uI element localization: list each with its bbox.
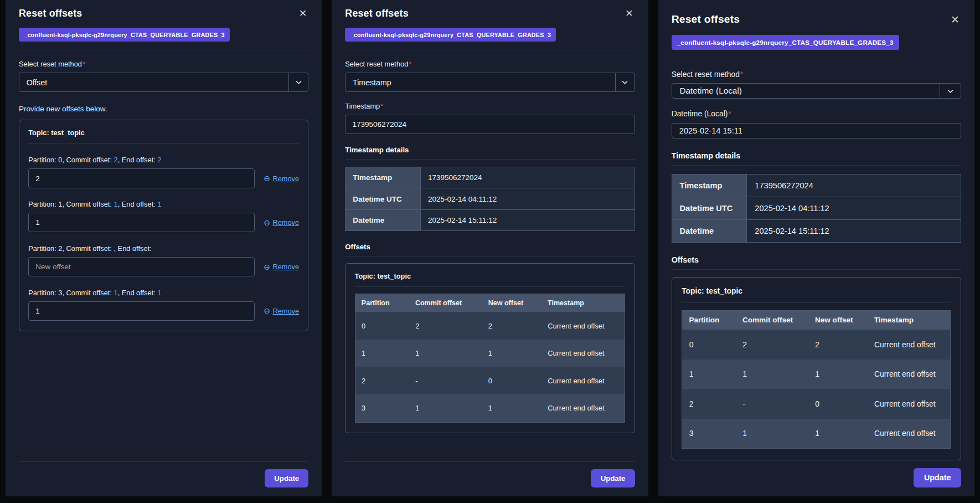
remove-link[interactable]: ⊖ Remove	[264, 218, 299, 227]
new-offset-input[interactable]	[28, 301, 255, 321]
cell-timestamp: Current end offset	[867, 360, 950, 389]
details-row: Datetime UTC 2025-02-14 04:11:12	[345, 188, 635, 209]
close-button[interactable]: ✕	[949, 13, 961, 26]
reset-method-select[interactable]: Offset	[19, 73, 308, 92]
reset-method-label-text: Select reset method	[672, 70, 740, 79]
commit-offset-value: 1	[114, 200, 117, 208]
commit-offset-value: 1	[114, 289, 117, 297]
table-row: 3 1 1 Current end offset	[355, 394, 625, 422]
cell-partition: 1	[682, 360, 736, 389]
end-offset-value: 2	[157, 156, 161, 164]
cell-timestamp: Current end offset	[867, 419, 950, 449]
new-offset-input[interactable]	[28, 213, 255, 232]
timestamp-details-table: Timestamp 1739506272024 Datetime UTC 202…	[672, 174, 961, 243]
cell-timestamp: Current end offset	[541, 367, 625, 395]
partition-label: Partition: 2, Commit offset: , End offse…	[28, 244, 299, 253]
partition-row-0: Partition: 0, Commit offset: 2, End offs…	[28, 156, 299, 188]
timestamp-input[interactable]	[345, 115, 635, 134]
offset-input-row: ⊖ Remove	[28, 301, 299, 321]
required-asterisk: *	[740, 70, 743, 79]
remove-link[interactable]: ⊖ Remove	[264, 263, 299, 271]
details-value: 2025-02-14 04:11:12	[747, 197, 961, 219]
cell-new-offset: 1	[482, 340, 541, 367]
reset-method-select[interactable]: Datetime (Local)	[672, 83, 961, 99]
details-key: Datetime	[672, 219, 747, 242]
update-button[interactable]: Update	[591, 469, 635, 487]
close-icon: ✕	[299, 8, 307, 19]
details-key: Datetime	[345, 209, 421, 230]
reset-method-label: Select reset method*	[19, 60, 308, 68]
end-offset-value: 1	[157, 200, 161, 208]
details-value: 2025-02-14 15:11:12	[747, 219, 961, 242]
update-button[interactable]: Update	[265, 469, 308, 487]
cell-partition: 2	[355, 367, 409, 395]
cell-commit-offset: -	[409, 367, 482, 395]
divider	[345, 50, 635, 50]
reset-method-label: Select reset method*	[345, 60, 635, 68]
cell-timestamp: Current end offset	[867, 389, 950, 418]
consumer-group-badge: _confluent-ksql-pksqlc-g29nrquery_CTAS_Q…	[345, 28, 556, 42]
required-asterisk: *	[380, 102, 383, 110]
chevron-down-icon	[940, 84, 961, 98]
column-header-timestamp: Timestamp	[867, 310, 950, 330]
dialog-header: Reset offsets ✕	[345, 8, 635, 20]
dialog-footer: Update	[19, 461, 308, 487]
partition-row-2: Partition: 2, Commit offset: , End offse…	[28, 244, 299, 276]
reset-method-select[interactable]: Timestamp	[345, 73, 635, 92]
cell-new-offset: 1	[808, 360, 868, 389]
timestamp-details-table: Timestamp 1739506272024 Datetime UTC 202…	[345, 167, 635, 230]
divider	[19, 50, 308, 50]
table-row: 0 2 2 Current end offset	[682, 330, 951, 359]
partition-label-prefix: Partition: 0, Commit offset:	[28, 156, 114, 164]
offset-input-row: ⊖ Remove	[28, 213, 299, 232]
offset-input-row: ⊖ Remove	[28, 257, 299, 276]
reset-offsets-dialog-timestamp: Reset offsets ✕ _confluent-ksql-pksqlc-g…	[332, 0, 648, 496]
close-icon: ✕	[951, 14, 960, 25]
required-asterisk: *	[409, 60, 411, 68]
consumer-group-badge: _confluent-ksql-pksqlc-g29nrquery_CTAS_Q…	[19, 28, 230, 42]
cell-new-offset: 2	[482, 312, 541, 340]
table-row: 3 1 1 Current end offset	[682, 419, 951, 449]
new-offset-input[interactable]	[28, 168, 255, 188]
topic-offsets-box: Topic: test_topic Partition Commit offse…	[672, 277, 961, 460]
close-button[interactable]: ✕	[623, 8, 635, 20]
field-label-text: Timestamp	[345, 102, 380, 110]
table-row: 0 2 2 Current end offset	[355, 312, 625, 340]
datetime-field-label: Datetime (Local)*	[672, 109, 961, 118]
partition-row-1: Partition: 1, Commit offset: 1, End offs…	[28, 200, 299, 232]
offsets-heading: Offsets	[672, 255, 961, 264]
remove-icon: ⊖	[264, 174, 270, 182]
field-label-text: Datetime (Local)	[672, 109, 728, 118]
partition-label-prefix: Partition: 2, Commit offset:	[28, 244, 114, 253]
topic-label: Topic: test_topic	[355, 272, 626, 280]
divider	[682, 302, 951, 303]
column-header-timestamp: Timestamp	[541, 294, 625, 312]
dialog-footer: Update	[672, 460, 961, 487]
column-header-new-offset: New offset	[808, 310, 868, 330]
remove-link[interactable]: ⊖ Remove	[264, 174, 299, 183]
divider	[355, 286, 626, 287]
reset-method-label-text: Select reset method	[19, 60, 82, 68]
new-offset-input[interactable]	[28, 257, 255, 276]
partition-label: Partition: 0, Commit offset: 2, End offs…	[28, 156, 299, 164]
required-asterisk: *	[82, 60, 85, 68]
end-offset-value: 1	[157, 289, 161, 297]
details-row: Datetime 2025-02-14 15:11:12	[345, 209, 635, 230]
cell-partition: 3	[355, 394, 409, 422]
timestamp-details-heading: Timestamp details	[345, 146, 635, 154]
dialog-title: Reset offsets	[345, 8, 408, 19]
divider	[28, 143, 299, 144]
close-button[interactable]: ✕	[297, 8, 309, 20]
offsets-heading: Offsets	[345, 243, 635, 251]
reset-offsets-dialog-offset: Reset offsets ✕ _confluent-ksql-pksqlc-g…	[6, 0, 322, 496]
divider	[345, 159, 635, 160]
datetime-input[interactable]	[672, 123, 961, 138]
cell-timestamp: Current end offset	[541, 312, 625, 340]
column-header-commit-offset: Commit offset	[409, 294, 482, 312]
update-button[interactable]: Update	[914, 468, 961, 487]
cell-partition: 2	[682, 389, 736, 418]
remove-label: Remove	[272, 307, 299, 315]
cell-new-offset: 1	[808, 419, 868, 449]
offsets-table: Partition Commit offset New offset Times…	[355, 294, 626, 423]
remove-link[interactable]: ⊖ Remove	[264, 307, 299, 315]
